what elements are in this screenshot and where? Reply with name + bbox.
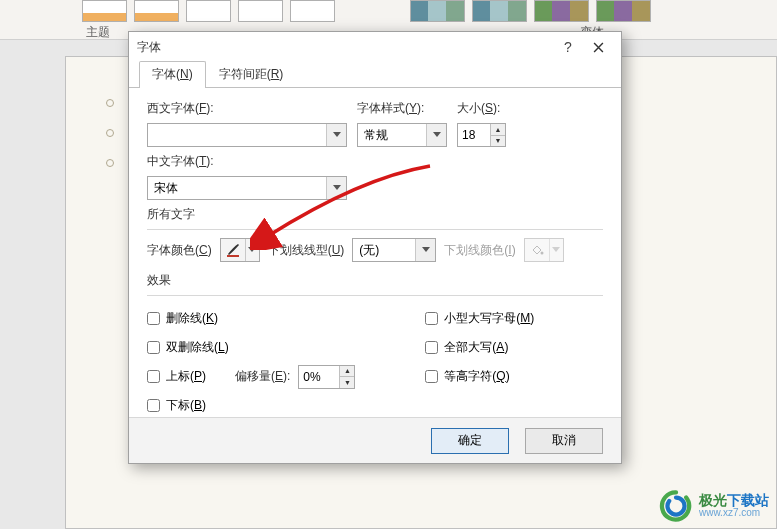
- theme-thumb[interactable]: [82, 0, 127, 22]
- check-dstrike[interactable]: 双删除线(L): [147, 339, 355, 356]
- variant-thumb[interactable]: [534, 0, 589, 22]
- size-spinner[interactable]: ▲ ▼: [457, 123, 506, 147]
- checkbox[interactable]: [425, 370, 438, 383]
- checkbox[interactable]: [147, 399, 160, 412]
- theme-thumb[interactable]: [134, 0, 179, 22]
- underline-style-combo[interactable]: (无): [352, 238, 436, 262]
- bullet-marker: [106, 129, 114, 137]
- paint-bucket-icon: [525, 239, 549, 261]
- chevron-down-icon: [415, 239, 435, 261]
- check-superscript[interactable]: 上标(P): [147, 368, 227, 385]
- asian-font-combo[interactable]: 宋体: [147, 176, 347, 200]
- tab-spacing[interactable]: 字符间距(R): [206, 61, 297, 87]
- svg-rect-0: [227, 255, 239, 257]
- checkbox[interactable]: [147, 312, 160, 325]
- check-equalize[interactable]: 等高字符(Q): [425, 368, 534, 385]
- underline-color-button: [524, 238, 564, 262]
- svg-point-1: [540, 252, 543, 255]
- spin-up-icon[interactable]: ▲: [491, 124, 505, 136]
- checkbox[interactable]: [425, 312, 438, 325]
- watermark-url: www.xz7.com: [699, 508, 769, 519]
- titlebar: 字体 ?: [129, 32, 621, 62]
- chevron-down-icon: [426, 124, 446, 146]
- close-button[interactable]: [583, 35, 613, 59]
- offset-label: 偏移量(E):: [235, 368, 290, 385]
- check-smallcaps[interactable]: 小型大写字母(M): [425, 310, 534, 327]
- ok-button[interactable]: 确定: [431, 428, 509, 454]
- help-button[interactable]: ?: [553, 35, 583, 59]
- chevron-down-icon: [245, 239, 259, 261]
- asian-font-label: 中文字体(T):: [147, 153, 214, 170]
- tab-font[interactable]: 字体(N): [139, 61, 206, 87]
- font-color-label: 字体颜色(C): [147, 242, 212, 259]
- dialog-footer: 确定 取消: [129, 417, 621, 463]
- font-color-swatch-icon: [221, 239, 245, 261]
- latin-font-label: 西文字体(F):: [147, 100, 347, 117]
- chevron-down-icon: [549, 239, 563, 261]
- bullet-marker: [106, 99, 114, 107]
- latin-font-combo[interactable]: [147, 123, 347, 147]
- checkbox[interactable]: [147, 370, 160, 383]
- tabstrip: 字体(N) 字符间距(R): [129, 62, 621, 88]
- check-subscript[interactable]: 下标(B): [147, 397, 355, 414]
- bullet-marker: [106, 159, 114, 167]
- variant-thumb[interactable]: [472, 0, 527, 22]
- checkbox[interactable]: [147, 341, 160, 354]
- underline-style-label: 下划线线型(U): [268, 242, 345, 259]
- divider: [147, 295, 603, 296]
- chevron-down-icon: [326, 177, 346, 199]
- variant-thumb[interactable]: [596, 0, 651, 22]
- size-label: 大小(S):: [457, 100, 500, 117]
- font-dialog: 字体 ? 字体(N) 字符间距(R) 西文字体(F): 字体样式(Y): 大小(…: [128, 31, 622, 464]
- spin-up-icon[interactable]: ▲: [340, 366, 354, 378]
- check-strike[interactable]: 删除线(K): [147, 310, 355, 327]
- chevron-down-icon: [326, 124, 346, 146]
- font-style-label: 字体样式(Y):: [357, 100, 447, 117]
- swirl-icon: [659, 489, 693, 523]
- spin-down-icon[interactable]: ▼: [491, 136, 505, 147]
- check-allcaps[interactable]: 全部大写(A): [425, 339, 534, 356]
- underline-color-label: 下划线颜色(I): [444, 242, 515, 259]
- cancel-button[interactable]: 取消: [525, 428, 603, 454]
- watermark-logo: 极光下载站 www.xz7.com: [659, 489, 769, 523]
- size-input[interactable]: [458, 124, 490, 146]
- spin-down-icon[interactable]: ▼: [340, 377, 354, 388]
- ribbon-group-theme-label: 主题: [86, 24, 110, 41]
- theme-thumb[interactable]: [238, 0, 283, 22]
- all-text-label: 所有文字: [147, 206, 195, 223]
- font-style-combo[interactable]: 常规: [357, 123, 447, 147]
- offset-spinner[interactable]: ▲ ▼: [298, 365, 355, 389]
- divider: [147, 229, 603, 230]
- theme-thumb[interactable]: [186, 0, 231, 22]
- font-color-button[interactable]: [220, 238, 260, 262]
- effects-label: 效果: [147, 272, 171, 289]
- checkbox[interactable]: [425, 341, 438, 354]
- offset-input[interactable]: [299, 366, 339, 388]
- watermark-name: 极光下载站: [699, 493, 769, 508]
- variant-thumb[interactable]: [410, 0, 465, 22]
- theme-thumb[interactable]: [290, 0, 335, 22]
- font-panel: 西文字体(F): 字体样式(Y): 大小(S): 常规: [129, 88, 621, 428]
- dialog-title: 字体: [137, 39, 161, 56]
